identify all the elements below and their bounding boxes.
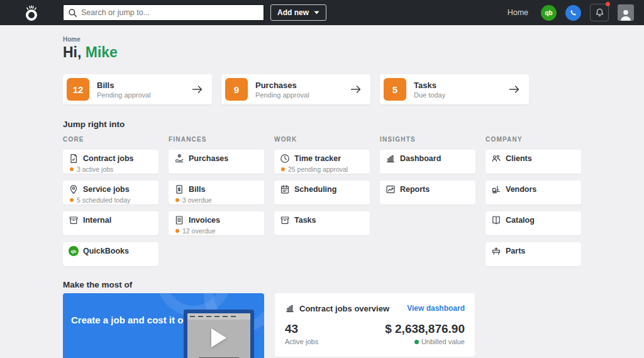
jump-item-dashboard[interactable]: Dashboard [380,150,475,174]
column-header-core: CORE [63,136,84,143]
unbilled-label-row: Unbilled value [385,338,465,345]
active-jobs-stat: 43 Active jobs [285,322,318,345]
column-header-company: COMPANY [486,136,523,143]
status-dot [70,198,74,202]
promo-section-title: Make the most of [63,280,132,289]
forklift-icon [491,184,501,194]
tutorial-video-card[interactable]: Create a job and cost it out [63,293,264,358]
bills-summary-card[interactable]: 12 Bills Pending approval [63,74,212,104]
jump-item-clients[interactable]: Clients [486,150,581,174]
arrow-right-icon [192,85,203,94]
arrow-right-icon [350,85,362,94]
jump-item-reports[interactable]: Reports [380,181,475,204]
purchases-count-badge: 9 [225,78,248,101]
chevron-down-icon [314,11,319,14]
item-badge: 3 overdue [182,196,212,204]
jump-item-internal[interactable]: Internal [63,211,158,235]
calendar-icon [280,184,290,194]
tasks-summary-card[interactable]: 5 Tasks Due today [380,74,529,104]
breadcrumb: Home [63,36,80,43]
people-icon [491,154,501,164]
view-dashboard-link[interactable]: View dashboard [407,304,465,313]
notifications-button[interactable] [590,4,609,21]
user-avatar[interactable] [618,4,634,21]
jump-item-service-jobs[interactable]: Service jobs 5 scheduled today [63,181,158,204]
jump-item-scheduling[interactable]: Scheduling [274,181,370,204]
search-icon [68,8,77,18]
overview-title: Contract jobs overview [299,304,389,313]
top-navigation-bar: Add new Home qb [0,0,644,25]
video-thumbnail [184,310,254,358]
active-jobs-value: 43 [285,322,318,336]
phone-icon[interactable] [565,5,581,21]
column-header-finances: FINANCES [169,136,207,143]
item-badge: 5 scheduled today [77,196,130,204]
play-button-icon[interactable] [211,328,226,347]
bell-icon [595,8,604,18]
contract-jobs-overview-card: Contract jobs overview View dashboard 43… [275,293,475,357]
video-caption: Create a job and cost it out [71,315,192,325]
item-badge: 12 overdue [182,227,216,235]
status-dot [175,198,179,202]
thumbnail-menubar [187,313,250,320]
jump-item-purchases[interactable]: Purchases [169,150,264,174]
notification-dot [606,2,610,6]
jump-item-vendors[interactable]: Vendors [486,181,581,204]
user-name: Mike [86,44,118,60]
card-title: Bills [97,81,151,90]
column-header-insights: INSIGHTS [380,136,416,143]
contract-document-icon [69,154,79,164]
status-dot [281,167,285,171]
archive-box-icon [69,215,79,225]
column-header-work: WORK [274,136,297,143]
arrow-right-icon [509,85,520,94]
bar-chart-icon [285,303,295,313]
item-badge: 25 pending approval [288,165,348,173]
jump-item-quickbooks[interactable]: qb QuickBooks [63,242,158,266]
parts-machine-icon [491,246,501,256]
hand-coin-icon [174,154,184,164]
status-dot [70,167,74,171]
add-new-button[interactable]: Add new [270,4,326,21]
item-badge: 3 active jobs [77,165,113,173]
jump-item-invoices[interactable]: Invoices 12 overdue [169,211,264,235]
quickbooks-icon: qb [69,246,79,256]
bills-count-badge: 12 [67,78,89,101]
clock-icon [280,154,290,164]
search-input[interactable] [63,4,264,21]
card-title: Purchases [255,81,309,90]
open-book-icon [491,215,501,225]
card-title: Tasks [414,81,445,90]
task-box-icon [280,215,290,225]
bar-chart-icon [386,154,396,164]
knowify-logo-icon[interactable] [23,4,40,21]
status-dot [175,229,179,233]
card-subtitle: Pending approval [97,91,151,99]
quickbooks-icon[interactable]: qb [541,5,557,21]
jump-section-title: Jump right into [63,120,125,129]
jump-item-bills[interactable]: Bills 3 overdue [169,181,264,204]
unbilled-value: $ 2,638,876.90 [385,322,465,336]
tasks-count-badge: 5 [384,78,406,101]
card-subtitle: Due today [414,91,445,99]
card-subtitle: Pending approval [255,91,309,99]
location-pin-icon [69,184,79,194]
purchases-summary-card[interactable]: 9 Purchases Pending approval [221,74,370,104]
page-title: Hi, Mike [63,44,118,61]
add-new-label: Add new [277,8,309,17]
receipt-icon [174,215,184,225]
bill-document-icon [174,184,184,194]
jump-item-tasks[interactable]: Tasks [274,211,370,235]
green-status-dot [414,340,419,344]
line-chart-icon [386,184,396,194]
unbilled-value-stat: $ 2,638,876.90 Unbilled value [385,322,465,345]
jump-item-contract-jobs[interactable]: Contract jobs 3 active jobs [63,150,158,174]
jump-item-parts[interactable]: Parts [486,242,581,266]
home-link[interactable]: Home [508,8,528,17]
jump-item-catalog[interactable]: Catalog [486,211,581,235]
jump-item-time-tracker[interactable]: Time tracker 25 pending approval [274,150,370,174]
active-jobs-label: Active jobs [285,338,318,345]
